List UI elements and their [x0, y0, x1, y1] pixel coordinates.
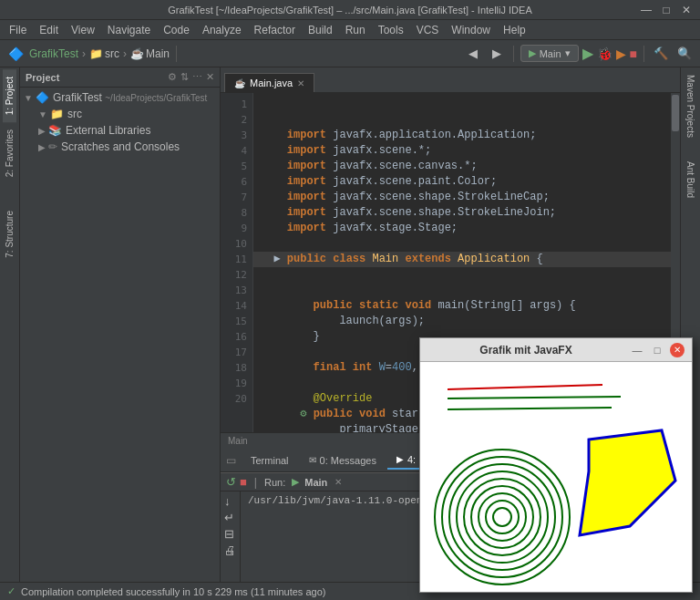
tree-arrow-src: ▼ — [38, 109, 47, 119]
run-label: Run: — [264, 477, 285, 488]
minimize-button[interactable]: — — [640, 4, 653, 16]
status-check-icon: ✓ — [7, 585, 15, 597]
toolbar-sep2 — [513, 46, 514, 62]
tree-arrow-libs: ▶ — [38, 126, 46, 136]
code-scrollbar-thumb[interactable] — [672, 95, 679, 131]
print-icon[interactable]: 🖨 — [224, 543, 236, 557]
toolbar-separator — [176, 46, 177, 62]
tab-close-icon[interactable]: ✕ — [297, 78, 304, 88]
canvas-area — [420, 362, 692, 592]
tree-label-grafiktest: GrafikTest ~/IdeaProjects/GrafikTest — [53, 91, 207, 104]
libs-icon: 📚 — [48, 124, 62, 137]
run-button[interactable]: ▶ — [582, 45, 593, 62]
run-panel-controls: ↺ ■ — [226, 475, 247, 489]
menu-window[interactable]: Window — [446, 22, 496, 38]
stop-run-button[interactable]: ■ — [240, 475, 247, 489]
panel-icon-close[interactable]: ✕ — [206, 71, 214, 83]
toolbar: 🔷 GrafikTest › 📁src › ☕Main ◀ ▶ ▶ Main ▾… — [0, 40, 700, 67]
tab-label-main: Main.java — [250, 78, 293, 88]
menu-analyze[interactable]: Analyze — [197, 22, 247, 38]
menu-view[interactable]: View — [66, 22, 100, 38]
editor-footer-label: Main — [228, 436, 248, 446]
scratches-icon: ✏ — [48, 140, 57, 153]
menu-refactor[interactable]: Refactor — [249, 22, 301, 38]
ant-build-tab[interactable]: Ant Build — [683, 154, 698, 205]
tree-arrow: ▼ — [24, 93, 33, 103]
breadcrumb: GrafikTest › 📁src › ☕Main — [29, 47, 170, 60]
structure-tab[interactable]: 7: Structure — [3, 203, 16, 265]
window-controls: — □ ✕ — [640, 4, 693, 16]
run-config-name: Main — [304, 477, 327, 488]
tree-arrow-scratches: ▶ — [38, 142, 46, 152]
status-message: Compilation completed successfully in 10… — [21, 586, 325, 597]
rerun-button[interactable]: ↺ — [226, 475, 236, 489]
run-tab-icon: ▶ — [396, 454, 404, 464]
tree-label-scratches: Scratches and Consoles — [61, 140, 180, 153]
tree-item-grafiktest[interactable]: ▼ 🔷 GrafikTest ~/IdeaProjects/GrafikTest — [20, 89, 220, 106]
grafiktest-toolbar-icon[interactable]: 🔷 — [5, 44, 26, 64]
maximize-button[interactable]: □ — [660, 4, 673, 16]
menu-navigate[interactable]: Navigate — [102, 22, 156, 38]
java-file-icon: ☕ — [234, 78, 245, 88]
close-button[interactable]: ✕ — [680, 4, 693, 16]
favorites-tab[interactable]: 2: Favorites — [3, 122, 16, 184]
build-icon[interactable]: 🔨 — [651, 44, 671, 64]
tree-label-libs: External Libraries — [66, 124, 150, 137]
menu-vcs[interactable]: VCS — [411, 22, 445, 38]
toolbar-right: ◀ ▶ ▶ Main ▾ ▶ 🐞 ▶ ■ 🔨 🔍 — [463, 44, 695, 64]
floating-window: Grafik mit JavaFX — □ ✕ — [419, 337, 693, 593]
project-tab[interactable]: 1: Project — [3, 69, 16, 122]
menu-build[interactable]: Build — [303, 22, 338, 38]
messages-label: 0: Messages — [320, 455, 376, 466]
search-everywhere-icon[interactable]: 🔍 — [674, 44, 695, 64]
dropdown-icon: ▾ — [565, 47, 571, 59]
window-title: GrafikTest [~/IdeaProjects/GrafikTest] –… — [168, 5, 532, 16]
run-config-selector[interactable]: ▶ Main ▾ — [520, 45, 579, 62]
debug-button[interactable]: 🐞 — [597, 47, 612, 61]
forward-icon[interactable]: ▶ — [487, 44, 507, 64]
tree-item-src[interactable]: ▼ 📁 src — [20, 106, 220, 122]
menu-code[interactable]: Code — [158, 22, 195, 38]
menu-help[interactable]: Help — [498, 22, 531, 38]
tree-item-external-libs[interactable]: ▶ 📚 External Libraries — [20, 122, 220, 139]
breadcrumb-src[interactable]: 📁src — [89, 47, 119, 60]
messages-icon: ✉ — [309, 455, 316, 465]
maven-projects-tab[interactable]: Maven Projects — [683, 67, 698, 145]
stop-button[interactable]: ■ — [630, 47, 637, 61]
project-panel: Project ⚙ ⇅ ⋯ ✕ ▼ 🔷 GrafikTest ~/IdeaPro… — [20, 67, 221, 582]
editor-tab-main[interactable]: ☕ Main.java ✕ — [224, 73, 314, 92]
menu-file[interactable]: File — [4, 22, 32, 38]
run-with-coverage-button[interactable]: ▶ — [616, 47, 626, 61]
wrap-output-icon[interactable]: ↵ — [224, 511, 236, 524]
run-separator: | — [254, 476, 257, 489]
tab-messages[interactable]: ✉ 0: Messages — [300, 452, 386, 469]
breadcrumb-project[interactable]: GrafikTest — [29, 47, 78, 60]
panel-icon-expand[interactable]: ⇅ — [180, 71, 189, 83]
left-vertical-tabs: 1: Project 2: Favorites 7: Structure — [0, 67, 20, 582]
floating-minimize-button[interactable]: — — [630, 343, 644, 357]
menu-edit[interactable]: Edit — [34, 22, 64, 38]
tree-label-src: src — [67, 108, 82, 120]
scroll-to-end-icon[interactable]: ↓ — [224, 494, 236, 508]
back-icon[interactable]: ◀ — [463, 44, 483, 64]
tab-terminal[interactable]: Terminal — [242, 452, 298, 469]
toolbar-sep3 — [643, 46, 644, 62]
terminal-label: Terminal — [251, 455, 289, 466]
preview-canvas — [420, 362, 692, 592]
tree-item-scratches[interactable]: ▶ ✏ Scratches and Consoles — [20, 139, 220, 155]
project-icon: 🔷 — [36, 91, 49, 104]
floating-maximize-button[interactable]: □ — [650, 343, 664, 357]
title-bar: GrafikTest [~/IdeaProjects/GrafikTest] –… — [0, 0, 700, 20]
run-config-icon: ▶ — [529, 47, 536, 59]
src-icon: 📁 — [50, 108, 64, 120]
breadcrumb-main[interactable]: ☕Main — [130, 47, 170, 60]
floating-close-button[interactable]: ✕ — [670, 343, 685, 357]
menu-bar: File Edit View Navigate Code Analyze Ref… — [0, 20, 700, 40]
filter-output-icon[interactable]: ⊟ — [224, 527, 236, 541]
menu-run[interactable]: Run — [340, 22, 371, 38]
panel-icon-settings[interactable]: ⋯ — [192, 71, 202, 83]
menu-tools[interactable]: Tools — [373, 22, 409, 38]
panel-icon-gear[interactable]: ⚙ — [168, 71, 177, 83]
run-tab-close[interactable]: ✕ — [335, 477, 342, 487]
panel-icons: ⚙ ⇅ ⋯ ✕ — [168, 71, 214, 83]
